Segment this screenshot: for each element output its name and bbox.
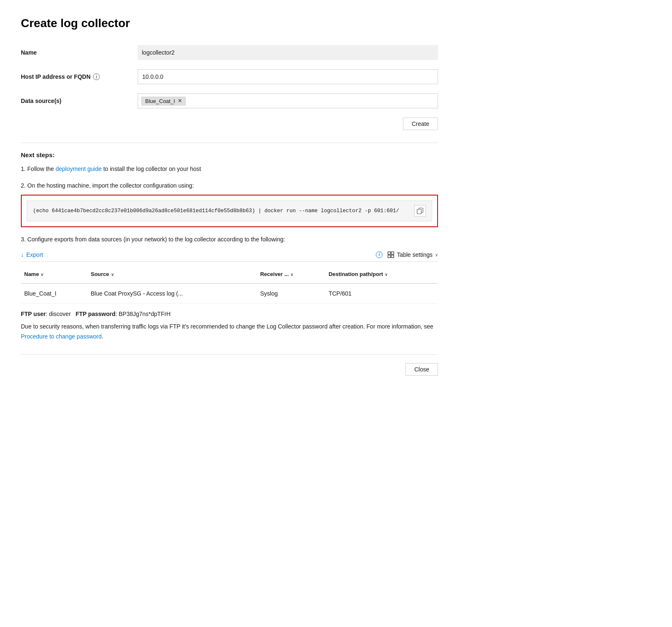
col-name-sort[interactable]: Name ∨ bbox=[24, 270, 43, 279]
close-button[interactable]: Close bbox=[405, 363, 438, 376]
step1-prefix: 1. Follow the bbox=[21, 166, 55, 172]
table-grid-icon bbox=[388, 251, 394, 258]
cell-name: Blue_Coat_I bbox=[21, 283, 88, 303]
table-settings-group: i Table settings ∨ bbox=[376, 251, 438, 258]
tag-label: Blue_Coat_I bbox=[145, 98, 175, 104]
command-box-wrapper: (echo 6441cae4b7becd2cc8c237e01b006d9a26… bbox=[21, 195, 438, 227]
ftp-notice-end: . bbox=[102, 333, 103, 340]
change-password-link[interactable]: Procedure to change password bbox=[21, 333, 102, 340]
col-name-chevron: ∨ bbox=[40, 271, 43, 278]
ftp-info: FTP user: discover FTP password: BP38Jg7… bbox=[21, 309, 438, 341]
table-header-row: Name ∨ Source ∨ Receiver bbox=[21, 266, 438, 283]
svg-rect-4 bbox=[388, 255, 390, 258]
cell-receiver: Syslog bbox=[257, 283, 325, 303]
host-row: Host IP address or FQDN i bbox=[21, 69, 438, 84]
datasource-tag: Blue_Coat_I ✕ bbox=[141, 97, 186, 105]
step-1: 1. Follow the deployment guide to instal… bbox=[21, 164, 438, 173]
create-button-row: Create bbox=[21, 118, 438, 130]
page-title: Create log collector bbox=[21, 17, 438, 30]
step3-prefix: 3. Configure exports from data sources (… bbox=[21, 235, 438, 244]
name-label: Name bbox=[21, 49, 138, 56]
command-box: (echo 6441cae4b7becd2cc8c237e01b006d9a26… bbox=[27, 201, 432, 221]
command-text: (echo 6441cae4b7becd2cc8c237e01b006d9a26… bbox=[33, 207, 410, 215]
table-settings-label: Table settings bbox=[397, 251, 433, 258]
footer-row: Close bbox=[21, 354, 438, 376]
col-receiver-chevron: ∨ bbox=[290, 271, 293, 278]
step2-prefix: 2. On the hosting machine, import the co… bbox=[21, 181, 438, 190]
col-source: Source ∨ bbox=[88, 266, 257, 283]
svg-rect-3 bbox=[391, 252, 394, 254]
table-settings-button[interactable]: Table settings ∨ bbox=[388, 251, 438, 258]
next-steps-section: Next steps: 1. Follow the deployment gui… bbox=[21, 151, 438, 342]
datasources-row: Data source(s) Blue_Coat_I ✕ bbox=[21, 93, 438, 108]
col-receiver: Receiver ... ∨ bbox=[257, 266, 325, 283]
data-table: Name ∨ Source ∨ Receiver bbox=[21, 266, 438, 303]
host-label: Host IP address or FQDN i bbox=[21, 73, 138, 80]
table-row: Blue_Coat_I Blue Coat ProxySG - Access l… bbox=[21, 283, 438, 303]
deployment-guide-link[interactable]: deployment guide bbox=[55, 166, 102, 172]
svg-rect-2 bbox=[388, 252, 390, 254]
tag-close-icon[interactable]: ✕ bbox=[178, 98, 182, 104]
exports-table: Name ∨ Source ∨ Receiver bbox=[21, 266, 438, 303]
col-destination-chevron: ∨ bbox=[385, 271, 388, 278]
col-destination-sort[interactable]: Destination path/port ∨ bbox=[329, 270, 388, 279]
next-steps-title: Next steps: bbox=[21, 151, 438, 158]
name-row: Name bbox=[21, 45, 438, 60]
col-source-sort[interactable]: Source ∨ bbox=[91, 270, 114, 279]
ftp-password-value: BP38Jg7ns*dpTFrH bbox=[118, 311, 171, 317]
col-name: Name ∨ bbox=[21, 266, 88, 283]
col-source-chevron: ∨ bbox=[111, 271, 114, 278]
datasources-input[interactable]: Blue_Coat_I ✕ bbox=[138, 93, 438, 108]
svg-rect-5 bbox=[391, 255, 394, 258]
svg-rect-1 bbox=[417, 209, 421, 214]
ftp-notice-text: Due to security reasons, when transferri… bbox=[21, 323, 433, 330]
ftp-password-label: FTP password bbox=[76, 311, 115, 317]
cell-destination: TCP/601 bbox=[325, 283, 438, 303]
export-label: Export bbox=[26, 251, 43, 258]
table-settings-chevron: ∨ bbox=[435, 253, 438, 257]
col-destination: Destination path/port ∨ bbox=[325, 266, 438, 283]
create-button[interactable]: Create bbox=[403, 118, 438, 130]
divider-1 bbox=[21, 143, 438, 143]
export-button[interactable]: ↓ Export bbox=[21, 251, 43, 258]
cell-source: Blue Coat ProxySG - Access log (... bbox=[88, 283, 257, 303]
copy-icon[interactable] bbox=[414, 205, 426, 217]
col-receiver-sort[interactable]: Receiver ... ∨ bbox=[260, 270, 294, 279]
ftp-user-label: FTP user bbox=[21, 311, 46, 317]
host-info-icon[interactable]: i bbox=[93, 73, 100, 80]
datasources-label: Data source(s) bbox=[21, 98, 138, 104]
table-info-icon[interactable]: i bbox=[376, 251, 383, 258]
name-input[interactable] bbox=[138, 45, 438, 60]
step-2: 2. On the hosting machine, import the co… bbox=[21, 181, 438, 227]
ftp-credentials: FTP user: discover FTP password: BP38Jg7… bbox=[21, 309, 438, 319]
step1-suffix: to install the log collector on your hos… bbox=[102, 166, 201, 172]
table-toolbar: ↓ Export i Table settings ∨ bbox=[21, 248, 438, 262]
download-icon: ↓ bbox=[21, 251, 24, 258]
ftp-user-value: discover bbox=[49, 311, 70, 317]
step-3: 3. Configure exports from data sources (… bbox=[21, 235, 438, 342]
ftp-notice: Due to security reasons, when transferri… bbox=[21, 322, 438, 342]
host-input[interactable] bbox=[138, 69, 438, 84]
